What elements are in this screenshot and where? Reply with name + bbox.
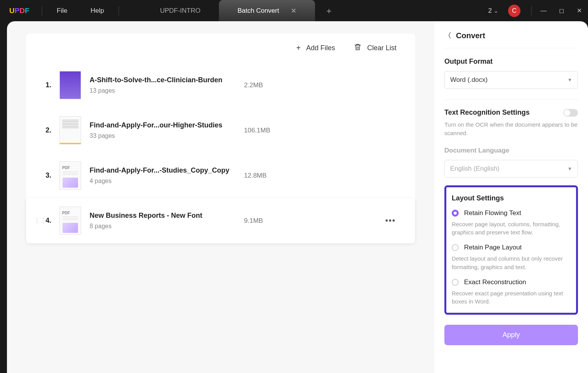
apply-button[interactable]: Apply — [444, 325, 578, 345]
radio-icon — [452, 279, 459, 286]
radio-icon — [452, 210, 459, 217]
tab-updf-intro[interactable]: UPDF-INTRO — [141, 0, 219, 21]
menu-file[interactable]: File — [45, 7, 79, 15]
app-logo: UPDF — [0, 7, 39, 15]
layout-option-label: Retain Flowing Text — [464, 209, 521, 217]
maximize-button[interactable]: ◻ — [552, 7, 570, 14]
row-number: 3. — [46, 171, 59, 180]
file-title: Find-and-Apply-For...our-Higher-Studies — [90, 121, 244, 129]
ocr-label: Text Recognition Settings — [444, 109, 530, 117]
panel-title: Convert — [456, 31, 485, 40]
tab-label: UPDF-INTRO — [160, 7, 200, 15]
chevron-down-icon[interactable]: ⌄ — [493, 7, 498, 14]
file-thumbnail: PDF — [59, 161, 81, 190]
radio-icon — [452, 244, 459, 251]
tab-batch-convert[interactable]: Batch Convert ✕ — [219, 0, 315, 21]
main-panel: + Add Files Clear List ⋮⋮1.A-Shift-to-So… — [7, 21, 434, 373]
tab-label: Batch Convert — [237, 7, 279, 15]
row-number: 2. — [46, 126, 59, 134]
file-row[interactable]: ⋮⋮3.PDFFind-and-Apply-For...-Studies_Cop… — [26, 153, 415, 198]
clear-list-button[interactable]: Clear List — [354, 43, 397, 53]
convert-panel: 〈 Convert Output Format Word (.docx) ▼ T… — [434, 21, 588, 373]
layout-option[interactable]: Retain Flowing Text — [452, 209, 571, 217]
file-size: 12.8MB — [244, 172, 298, 180]
file-title: Find-and-Apply-For...-Studies_Copy_Copy — [90, 166, 244, 175]
file-size: 9.1MB — [244, 217, 298, 225]
plus-icon: + — [296, 44, 301, 53]
file-pages: 13 pages — [90, 87, 244, 94]
divider — [531, 6, 532, 15]
divider — [42, 6, 42, 15]
file-title: New Business Reports - New Font — [90, 212, 244, 220]
ocr-toggle[interactable] — [563, 109, 578, 117]
more-icon[interactable]: ••• — [385, 216, 396, 225]
layout-option-desc: Recover exact page presentation using te… — [452, 289, 571, 306]
file-pages: 33 pages — [90, 132, 244, 139]
divider — [119, 6, 119, 15]
file-pages: 4 pages — [90, 178, 244, 185]
chevron-down-icon: ▼ — [568, 77, 572, 83]
minimize-button[interactable]: — — [535, 7, 552, 14]
file-thumbnail: PDF — [59, 207, 81, 235]
trash-icon — [354, 43, 362, 53]
output-format-value: Word (.docx) — [450, 76, 488, 84]
window-count[interactable]: 2 — [488, 7, 492, 15]
layout-settings-highlight: Layout Settings Retain Flowing TextRecov… — [444, 185, 578, 315]
add-files-label: Add Files — [306, 44, 335, 52]
back-icon[interactable]: 〈 — [444, 31, 451, 40]
file-row[interactable]: ⋮⋮2.Find-and-Apply-For...our-Higher-Stud… — [26, 108, 415, 153]
layout-option-label: Exact Reconstruction — [464, 278, 526, 286]
file-size: 106.1MB — [244, 127, 298, 134]
doc-language-label: Document Language — [444, 147, 578, 154]
layout-option-label: Retain Page Layout — [464, 244, 522, 251]
doc-language-value: English (English) — [450, 165, 500, 173]
close-button[interactable]: ✕ — [570, 7, 588, 14]
file-size: 2.2MB — [244, 81, 298, 89]
title-bar: UPDF File Help UPDF-INTRO Batch Convert … — [0, 0, 588, 21]
file-title: A-Shift-to-Solve-th...ce-Clinician-Burde… — [90, 76, 244, 84]
output-format-select[interactable]: Word (.docx) ▼ — [444, 71, 578, 89]
output-format-label: Output Format — [444, 58, 578, 66]
layout-option-desc: Recover page layout, columns, formatting… — [452, 220, 571, 237]
menu-help[interactable]: Help — [79, 7, 115, 15]
file-pages: 8 pages — [90, 223, 244, 230]
new-tab-button[interactable]: ＋ — [315, 5, 343, 17]
chevron-down-icon: ▼ — [568, 166, 572, 171]
layout-option-desc: Detect layout and columns but only recov… — [452, 254, 571, 271]
file-row[interactable]: ⋮⋮1.A-Shift-to-Solve-th...ce-Clinician-B… — [26, 63, 415, 108]
file-thumbnail — [59, 116, 81, 144]
doc-language-select[interactable]: English (English) ▼ — [444, 160, 578, 178]
layout-option[interactable]: Exact Reconstruction — [452, 278, 571, 286]
row-number: 1. — [46, 81, 59, 89]
clear-list-label: Clear List — [367, 44, 397, 52]
layout-settings-title: Layout Settings — [452, 194, 571, 202]
layout-option[interactable]: Retain Page Layout — [452, 244, 571, 251]
avatar[interactable]: C — [508, 5, 520, 17]
file-thumbnail — [59, 71, 81, 99]
row-number: 4. — [46, 217, 59, 225]
drag-handle-icon[interactable]: ⋮⋮ — [34, 217, 46, 224]
ocr-description: Turn on the OCR when the document appear… — [444, 120, 578, 137]
add-files-button[interactable]: + Add Files — [296, 44, 335, 53]
file-row[interactable]: ⋮⋮4.PDFNew Business Reports - New Font8 … — [26, 198, 415, 243]
file-list: + Add Files Clear List ⋮⋮1.A-Shift-to-So… — [26, 34, 415, 243]
close-icon[interactable]: ✕ — [291, 7, 297, 15]
